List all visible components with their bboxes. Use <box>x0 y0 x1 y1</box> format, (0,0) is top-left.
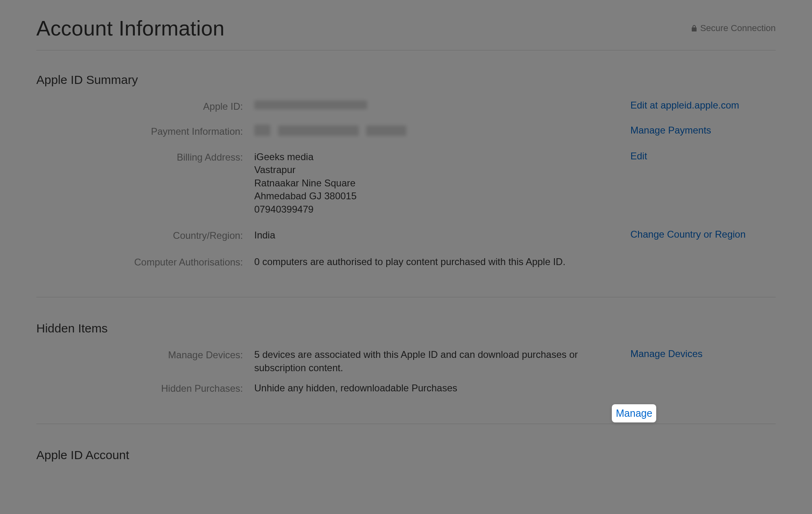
value-manage-devices: 5 devices are associated with this Apple… <box>254 348 630 374</box>
label-computer-auth: Computer Authorisations: <box>36 255 254 269</box>
value-apple-id <box>254 100 630 113</box>
redacted-payment-c <box>366 125 406 136</box>
row-computer-auth: Computer Authorisations: 0 computers are… <box>36 255 776 269</box>
row-billing-address: Billing Address: iGeeks media Vastrapur … <box>36 150 776 216</box>
row-hidden-purchases: Hidden Purchases: Unhide any hidden, red… <box>36 382 776 395</box>
secure-connection-label: Secure Connection <box>700 23 776 33</box>
row-manage-devices: Manage Devices: 5 devices are associated… <box>36 348 776 374</box>
link-manage-payments[interactable]: Manage Payments <box>630 125 711 136</box>
section-title-hidden-items: Hidden Items <box>36 322 776 335</box>
billing-line-1: iGeeks media <box>254 150 622 163</box>
row-country-region: Country/Region: India Change Country or … <box>36 229 776 242</box>
redacted-apple-id <box>254 100 367 109</box>
label-country-region: Country/Region: <box>36 229 254 242</box>
secure-connection-indicator: Secure Connection <box>691 23 776 33</box>
section-divider-1 <box>36 297 776 297</box>
section-title-apple-id-summary: Apple ID Summary <box>36 73 776 87</box>
section-apple-id-summary: Apple ID Summary Apple ID: Edit at apple… <box>36 73 776 269</box>
link-change-country[interactable]: Change Country or Region <box>630 229 746 240</box>
section-title-apple-id-account: Apple ID Account <box>36 448 776 462</box>
link-manage-hidden-purchases[interactable]: Manage <box>616 407 652 419</box>
redacted-payment-b <box>278 125 359 136</box>
page-header: Account Information Secure Connection <box>36 16 776 50</box>
lock-icon <box>691 25 697 32</box>
label-billing-address: Billing Address: <box>36 150 254 164</box>
account-page: Account Information Secure Connection Ap… <box>0 0 812 514</box>
section-hidden-items: Hidden Items Manage Devices: 5 devices a… <box>36 322 776 395</box>
row-payment-info: Payment Information: Manage Payments <box>36 125 776 139</box>
value-hidden-purchases: Unhide any hidden, redownloadable Purcha… <box>254 382 630 395</box>
value-country-region: India <box>254 229 630 242</box>
billing-line-3: Ratnaakar Nine Square <box>254 177 622 190</box>
label-payment-info: Payment Information: <box>36 125 254 138</box>
redacted-payment-a <box>254 125 270 136</box>
section-apple-id-account: Apple ID Account <box>36 448 776 462</box>
billing-line-5: 07940399479 <box>254 203 622 216</box>
label-hidden-purchases: Hidden Purchases: <box>36 382 254 395</box>
page-title: Account Information <box>36 16 224 40</box>
section-divider-2 <box>36 424 776 424</box>
billing-line-4: Ahmedabad GJ 380015 <box>254 190 622 203</box>
value-payment-info <box>254 125 630 139</box>
value-billing-address: iGeeks media Vastrapur Ratnaakar Nine Sq… <box>254 150 630 216</box>
label-manage-devices: Manage Devices: <box>36 348 254 362</box>
highlight-manage-button: Manage <box>612 404 656 422</box>
value-computer-auth: 0 computers are authorised to play conte… <box>254 255 630 268</box>
link-manage-devices[interactable]: Manage Devices <box>630 348 703 359</box>
label-apple-id: Apple ID: <box>36 100 254 113</box>
billing-line-2: Vastrapur <box>254 163 622 176</box>
row-apple-id: Apple ID: Edit at appleid.apple.com <box>36 100 776 113</box>
link-edit-billing[interactable]: Edit <box>630 150 647 161</box>
link-edit-apple-id[interactable]: Edit at appleid.apple.com <box>630 100 739 111</box>
